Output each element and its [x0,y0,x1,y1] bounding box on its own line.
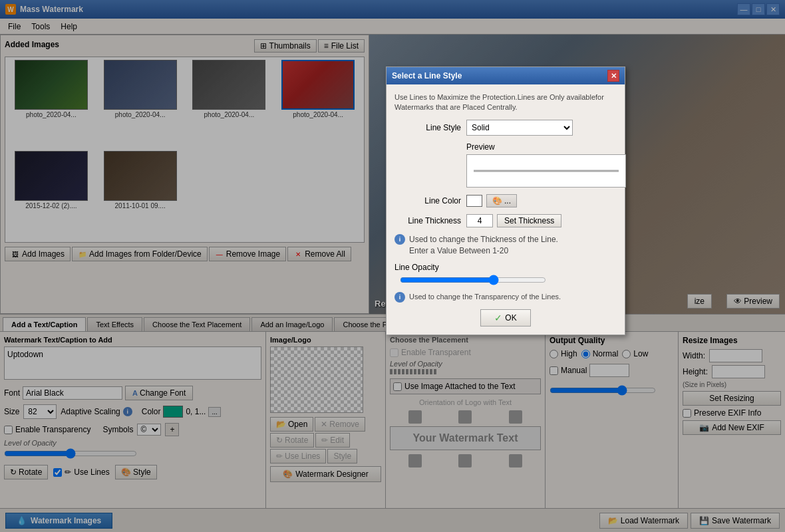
preview-line [474,170,619,172]
line-color-row: Line Color 🎨 ... [394,194,617,207]
line-opacity-slider[interactable] [400,275,546,285]
hint-text: Used to change the Thickness of the Line… [409,234,558,257]
modal-info-text: Use Lines to Maximize the Protection.Lin… [394,92,617,113]
modal-body: Use Lines to Maximize the Protection.Lin… [387,84,625,334]
ok-check-icon: ✓ [494,313,502,323]
modal-title: Select a Line Style [392,71,462,80]
opacity-hint: i Used to change the Transparency of the… [394,292,617,303]
line-color-label: Line Color [394,196,461,205]
line-style-row: Line Style Solid Dashed Dotted [394,120,617,136]
line-color-swatch [466,195,482,207]
opacity-hint-icon: i [394,292,405,303]
thickness-hint: i Used to change the Thickness of the Li… [394,234,617,257]
hint-icon: i [394,234,405,245]
line-style-select[interactable]: Solid Dashed Dotted [466,120,573,136]
opacity-section: Line Opacity [394,263,617,285]
line-style-modal: Select a Line Style ✕ Use Lines to Maxim… [386,66,625,335]
modal-close-button[interactable]: ✕ [607,70,619,82]
line-style-label: Line Style [394,123,461,132]
line-opacity-label: Line Opacity [394,263,439,272]
line-color-picker-button[interactable]: 🎨 ... [486,194,517,207]
modal-title-bar: Select a Line Style ✕ [387,67,625,84]
modal-ok-button[interactable]: ✓ OK [480,309,530,327]
modal-overlay: Select a Line Style ✕ Use Lines to Maxim… [0,0,785,532]
line-style-preview [466,154,626,188]
color-picker-icon: 🎨 [492,196,502,205]
opacity-hint-text: Used to change the Transparency of the L… [409,292,561,302]
set-thickness-button[interactable]: Set Thickness [497,214,561,227]
preview-label: Preview [466,142,617,152]
line-thickness-label: Line Thickness [394,216,461,225]
line-thickness-row: Line Thickness Set Thickness [394,214,617,227]
thickness-input[interactable] [466,214,493,227]
